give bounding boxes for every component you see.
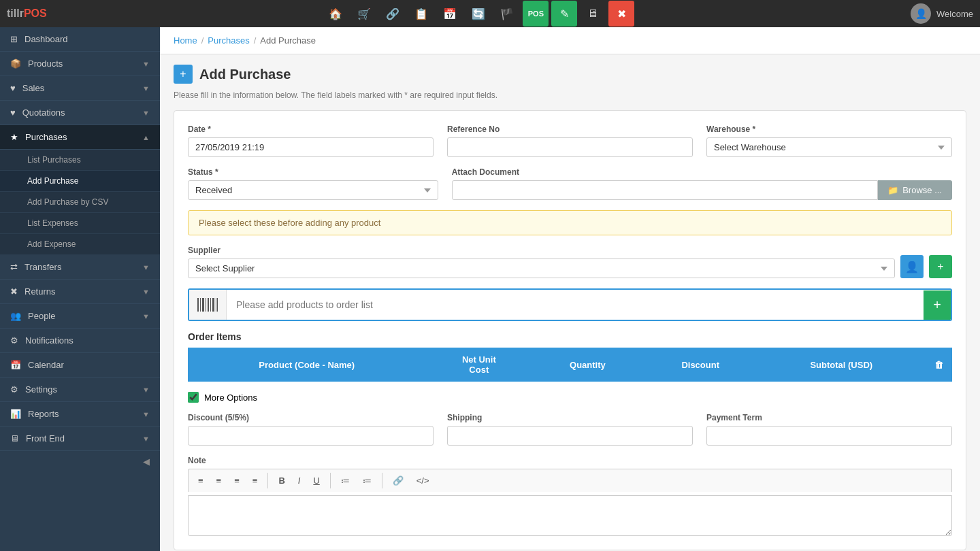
attach-input[interactable] [452, 180, 879, 200]
sidebar-item-transfers[interactable]: ⇄ Transfers ▼ [0, 255, 160, 280]
sidebar-collapse-btn[interactable]: ◀ [0, 451, 160, 472]
sidebar-item-frontend[interactable]: 🖥 Front End ▼ [0, 427, 160, 451]
sidebar-sub-list-purchases[interactable]: List Purchases [0, 150, 160, 171]
sidebar-label-calendar: Calendar [28, 360, 64, 370]
home-nav-btn[interactable]: 🏠 [323, 1, 348, 27]
add-supplier-btn[interactable]: + [929, 255, 952, 278]
sidebar-sub-add-expense[interactable]: Add Expense [0, 234, 160, 255]
sidebar-sub-list-expenses[interactable]: List Expenses [0, 213, 160, 234]
supplier-row: Supplier Select Supplier 👤 + [188, 246, 952, 278]
share-nav-btn[interactable]: 🔗 [380, 1, 406, 27]
svg-rect-4 [208, 298, 209, 312]
sidebar-sub-add-purchase-csv[interactable]: Add Purchase by CSV [0, 192, 160, 213]
sidebar-item-purchases[interactable]: ★ Purchases ▲ [0, 125, 160, 150]
sidebar-item-settings[interactable]: ⚙ Settings ▼ [0, 378, 160, 402]
underline-btn[interactable]: U [308, 473, 325, 488]
warehouse-select[interactable]: Select Warehouse [706, 137, 952, 157]
cart-nav-btn[interactable]: 🛒 [351, 1, 377, 27]
breadcrumb-home[interactable]: Home [174, 35, 197, 46]
sidebar-item-calendar[interactable]: 📅 Calendar [0, 353, 160, 378]
table-header-row: Product (Code - Name) Net UnitCost Quant… [188, 348, 952, 382]
page-header: + Add Purchase [174, 65, 966, 84]
sidebar-item-people[interactable]: 👥 People ▼ [0, 304, 160, 329]
table-nav-btn[interactable]: 📋 [408, 1, 434, 27]
monitor-nav-btn[interactable]: 🖥 [580, 1, 606, 27]
shipping-input[interactable] [447, 426, 693, 446]
product-search-input[interactable] [227, 293, 924, 317]
notifications-icon: ⚙ [10, 335, 18, 346]
sidebar-item-quotations[interactable]: ♥ Quotations ▼ [0, 101, 160, 125]
sidebar-item-notifications[interactable]: ⚙ Notifications [0, 329, 160, 353]
discount-input[interactable] [188, 426, 434, 446]
products-icon: 📦 [10, 59, 21, 69]
quotations-icon: ♥ [10, 107, 16, 118]
align-justify-btn[interactable]: ≡ [247, 473, 263, 488]
sidebar-label-settings: Settings [25, 384, 57, 395]
pos-nav-btn[interactable]: POS [523, 1, 549, 27]
svg-rect-7 [216, 298, 216, 312]
sidebar-item-sales[interactable]: ♥ Sales ▼ [0, 76, 160, 101]
purchases-icon: ★ [10, 132, 18, 142]
editor-sep-1 [267, 473, 268, 488]
payment-term-input[interactable] [706, 426, 952, 446]
sidebar: ⊞ Dashboard 📦 Products ▼ ♥ Sales ▼ ♥ Quo… [0, 27, 160, 551]
add-product-btn[interactable]: + [924, 290, 951, 320]
page-description: Please fill in the information below. Th… [174, 90, 966, 100]
sub-label-add-expense: Add Expense [27, 239, 76, 249]
reports-icon: 📊 [10, 409, 21, 419]
italic-btn[interactable]: I [293, 473, 306, 488]
col-product: Product (Code - Name) [188, 348, 426, 382]
avatar: 👤 [911, 3, 931, 24]
calendar-nav-btn[interactable]: 📅 [437, 1, 463, 27]
red-nav-btn[interactable]: ✖ [608, 1, 634, 27]
bold-btn[interactable]: B [273, 473, 290, 488]
note-textarea[interactable] [188, 495, 952, 536]
barcode-area [189, 290, 227, 320]
col-net-unit-cost: Net UnitCost [426, 348, 533, 382]
browse-label: Browse ... [902, 185, 942, 195]
supplier-person-btn[interactable]: 👤 [900, 255, 924, 278]
page-content: + Add Purchase Please fill in the inform… [160, 54, 980, 551]
breadcrumb-sep-1: / [201, 35, 204, 46]
order-items-title: Order Items [188, 331, 952, 342]
chevron-down-icon: ▼ [142, 84, 150, 93]
code-btn[interactable]: </> [411, 473, 435, 488]
sidebar-sub-add-purchase[interactable]: Add Purchase [0, 171, 160, 192]
browse-button[interactable]: 📁 Browse ... [878, 180, 952, 200]
sidebar-item-dashboard[interactable]: ⊞ Dashboard [0, 27, 160, 52]
editor-sep-2 [330, 473, 331, 488]
reference-input[interactable] [447, 137, 693, 157]
list-ol-btn[interactable]: ≔ [357, 473, 377, 488]
date-label: Date * [188, 124, 434, 134]
breadcrumb-purchases[interactable]: Purchases [208, 35, 249, 46]
delete-all-icon[interactable]: 🗑 [934, 360, 943, 370]
sidebar-item-products[interactable]: 📦 Products ▼ [0, 52, 160, 76]
date-input[interactable] [188, 137, 434, 157]
supplier-select[interactable]: Select Supplier [188, 258, 895, 278]
form-row-2: Status * Received Pending Ordered Attach… [188, 167, 952, 200]
link-btn[interactable]: 🔗 [387, 473, 409, 488]
sidebar-item-returns[interactable]: ✖ Returns ▼ [0, 280, 160, 304]
status-group: Status * Received Pending Ordered [188, 167, 438, 200]
col-discount: Discount [643, 348, 758, 382]
chevron-down-icon: ▼ [142, 312, 150, 320]
transfers-icon: ⇄ [10, 262, 18, 272]
sidebar-label-notifications: Notifications [25, 335, 74, 346]
align-left-btn[interactable]: ≡ [193, 473, 209, 488]
sidebar-label-transfers: Transfers [24, 262, 61, 272]
status-select[interactable]: Received Pending Ordered [188, 180, 438, 200]
refresh-nav-btn[interactable]: 🔄 [466, 1, 491, 27]
chevron-down-icon: ▼ [142, 263, 150, 271]
edit-nav-btn[interactable]: ✎ [551, 1, 577, 27]
align-center-btn[interactable]: ≡ [211, 473, 227, 488]
chevron-down-icon: ▼ [142, 60, 150, 68]
list-ul-btn[interactable]: ≔ [336, 473, 355, 488]
chevron-down-icon: ▼ [142, 410, 150, 418]
purchase-form: Date * Reference No Warehouse * Select W… [174, 110, 966, 550]
calendar-icon: 📅 [10, 360, 21, 370]
align-right-btn[interactable]: ≡ [229, 473, 245, 488]
sidebar-item-reports[interactable]: 📊 Reports ▼ [0, 402, 160, 427]
flag-nav-btn[interactable]: 🏴 [494, 1, 520, 27]
attach-group: Attach Document 📁 Browse ... [452, 167, 952, 200]
more-options-checkbox[interactable] [188, 392, 199, 403]
